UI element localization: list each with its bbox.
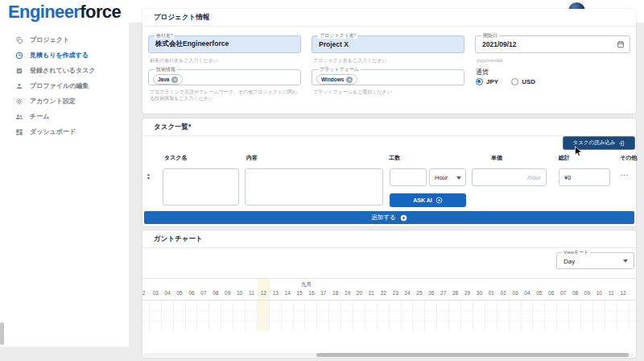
task-name-textarea[interactable] xyxy=(163,168,239,205)
plus-circle-icon xyxy=(400,214,407,222)
gantt-grid-cell xyxy=(162,301,174,330)
gantt-grid-cell xyxy=(522,301,534,330)
unit-price-input[interactable] xyxy=(472,168,547,186)
import-icon xyxy=(618,140,625,147)
gantt-day: 12 xyxy=(617,290,630,299)
currency-options: JPYUSD xyxy=(476,78,535,85)
task-check-icon xyxy=(15,67,23,75)
gantt-day: 24 xyxy=(402,290,414,299)
platform-chip-label: Windows xyxy=(321,77,344,82)
company-name-input[interactable] xyxy=(151,37,284,52)
gantt-grid-cell xyxy=(142,301,150,330)
gantt-day: 16 xyxy=(305,290,317,299)
gantt-grid-cell xyxy=(282,301,294,330)
sidebar-item-3[interactable]: プロファイルの編集 xyxy=(0,78,129,93)
sidebar-item-4[interactable]: アカウント設定 xyxy=(0,93,129,109)
gantt-day: 08 xyxy=(209,290,221,299)
task-description-textarea[interactable] xyxy=(245,168,383,205)
row-more-menu[interactable]: ... xyxy=(621,169,630,177)
sidebar-item-label: プロファイルの編集 xyxy=(30,81,89,90)
column-header: 総計 xyxy=(559,154,570,162)
gantt-title: ガントチャート xyxy=(142,230,636,248)
column-header: 単価 xyxy=(491,154,502,162)
currency-radio-usd[interactable]: USD xyxy=(511,78,535,85)
gantt-grid-cell xyxy=(294,301,306,330)
gantt-day: 07 xyxy=(197,290,209,299)
platform-field[interactable]: プラットフォーム Windows✕ xyxy=(312,69,464,85)
platform-helper: プラットフォームをご選択ください xyxy=(313,89,392,95)
gantt-grid-cell xyxy=(461,301,473,330)
gantt-day: 05 xyxy=(533,290,545,299)
add-task-button[interactable]: 追加する xyxy=(144,211,634,224)
close-circle-icon[interactable]: ✕ xyxy=(171,77,178,83)
tech-info-field[interactable]: 技術情報 Java✕ xyxy=(148,69,301,85)
sidebar-item-6[interactable]: ダッシュボード xyxy=(0,124,129,139)
ask-ai-button[interactable]: ASK AI xyxy=(390,193,466,207)
project-name-input[interactable] xyxy=(314,37,448,52)
gantt-grid-cell xyxy=(197,301,209,330)
gantt-day: 06 xyxy=(545,290,557,299)
gantt-grid-cell xyxy=(581,301,593,330)
tech-chip-label: Java xyxy=(158,77,169,82)
sidebar-item-0[interactable]: プロジェクト xyxy=(0,32,129,48)
gantt-day: 11 xyxy=(246,290,258,299)
sidebar-item-5[interactable]: チーム xyxy=(0,109,129,124)
sidebar-item-label: プロジェクト xyxy=(30,35,69,44)
sidebar-item-label: アカウント設定 xyxy=(30,97,76,106)
estimate-clock-icon xyxy=(15,52,23,60)
gantt-day: 09 xyxy=(581,290,593,299)
tech-info-label: 技術情報 xyxy=(155,67,177,73)
gantt-grid-cell xyxy=(258,301,270,330)
currency-option-label: USD xyxy=(522,78,535,85)
team-icon xyxy=(15,113,23,121)
gantt-row-line xyxy=(142,310,636,311)
gantt-grid-cell xyxy=(485,301,497,330)
gantt-day: 25 xyxy=(413,290,425,299)
gantt-day: 06 xyxy=(186,290,198,299)
calendar-icon[interactable] xyxy=(617,40,625,48)
gantt-grid-cell xyxy=(402,301,414,330)
tech-chip: Java✕ xyxy=(153,74,183,85)
gantt-grid-cell xyxy=(557,301,569,330)
gantt-grid-cell xyxy=(605,301,617,330)
gantt-day: 10 xyxy=(593,290,605,299)
gantt-day-labels: 2030405060708091011121314151617181920212… xyxy=(142,290,630,299)
sort-arrows-icon[interactable] xyxy=(145,172,152,181)
column-header: タスク名 xyxy=(164,154,188,162)
gantt-grid-cell xyxy=(510,301,522,330)
gantt-day: 19 xyxy=(341,290,353,299)
total-input[interactable] xyxy=(559,168,610,186)
start-date-input[interactable] xyxy=(477,37,613,52)
sidebar-item-1[interactable]: 見積もりを作成する xyxy=(0,48,129,63)
close-circle-icon[interactable]: ✕ xyxy=(346,77,353,83)
gantt-scrollbar-thumb[interactable] xyxy=(316,353,629,357)
start-date-helper: yyyy/mm/dd xyxy=(477,57,502,64)
currency-radio-jpy[interactable]: JPY xyxy=(476,78,498,85)
start-date-field: 開始日 xyxy=(475,35,630,53)
mouse-cursor xyxy=(574,146,582,157)
sidebar-menu: プロジェクト見積もりを作成する登録されているタスクプロファイルの編集アカウント設… xyxy=(0,32,129,139)
gantt-grid-cell xyxy=(186,301,198,330)
gantt-grid-cell xyxy=(150,301,162,330)
gantt-grid-cell xyxy=(545,301,557,330)
gantt-grid-cell xyxy=(174,301,186,330)
sidebar-item-2[interactable]: 登録されているタスク xyxy=(0,63,129,78)
view-mode-select[interactable]: Viewモード Day xyxy=(556,252,634,269)
sidebar-scrollbar-thumb[interactable] xyxy=(0,322,4,345)
effort-unit-select[interactable]: Hour xyxy=(429,168,466,186)
gantt-day: 30 xyxy=(473,290,485,299)
gantt-month-label: 九月 xyxy=(301,281,312,288)
gantt-scrollbar-track[interactable] xyxy=(143,353,634,357)
gantt-grid-cell xyxy=(437,301,449,330)
column-header: 内容 xyxy=(246,154,258,162)
gantt-day: 26 xyxy=(425,290,437,299)
gantt-grid-cell xyxy=(473,301,485,330)
logo-part-dark: force xyxy=(80,2,121,22)
gantt-day: 20 xyxy=(353,290,365,299)
gantt-day: 04 xyxy=(162,290,174,299)
company-name-field: 会社名* xyxy=(148,35,301,53)
gantt-day: 01 xyxy=(485,290,497,299)
effort-input[interactable] xyxy=(390,168,427,186)
column-header: 工数 xyxy=(389,154,400,162)
gantt-day: 27 xyxy=(437,290,449,299)
